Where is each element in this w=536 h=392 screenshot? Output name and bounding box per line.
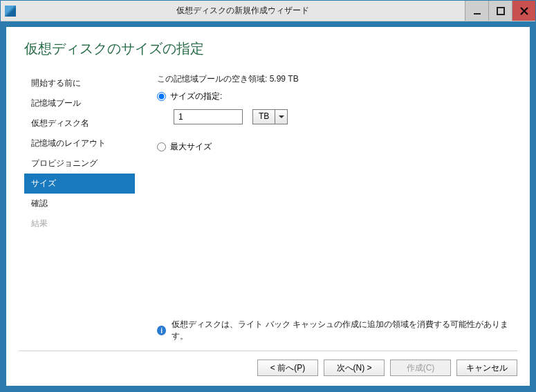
nav-result: 結果 [24,214,135,234]
wizard-window: 仮想ディスクの新規作成ウィザード 仮想ディスクのサイズの指定 開始する前に 記憶… [0,0,536,392]
nav-disk-name[interactable]: 仮想ディスク名 [24,113,135,133]
max-size-radio[interactable] [157,142,166,151]
specify-size-label: サイズの指定: [170,91,222,102]
next-button[interactable]: 次へ(N) > [324,360,385,376]
unit-select[interactable]: TB [252,109,288,124]
wizard-body: 仮想ディスクのサイズの指定 開始する前に 記憶域プール 仮想ディスク名 記憶域の… [1,21,535,391]
specify-size-option[interactable]: サイズの指定: [157,91,509,102]
free-space-label: この記憶域プールの空き領域: 5.99 TB [157,73,509,85]
svg-rect-0 [474,13,481,15]
create-button: 作成(C) [390,360,451,376]
nav-storage-layout[interactable]: 記憶域のレイアウト [24,133,135,153]
window-controls [465,1,535,21]
footer-buttons: < 前へ(P) 次へ(N) > 作成(C) キャンセル [19,351,517,376]
cancel-button[interactable]: キャンセル [456,360,517,376]
info-row: i 仮想ディスクは、ライト バック キャッシュの作成に追加の領域を消費する可能性… [157,319,509,342]
app-icon [5,6,16,17]
previous-button[interactable]: < 前へ(P) [257,360,318,376]
info-icon: i [157,326,166,335]
unit-value: TB [252,109,275,124]
max-size-label: 最大サイズ [170,141,212,153]
unit-dropdown-button[interactable] [275,109,288,124]
maximize-button[interactable] [488,1,512,21]
nav-confirm[interactable]: 確認 [24,194,135,214]
nav-before-begin[interactable]: 開始する前に [24,73,135,93]
svg-rect-1 [497,8,504,15]
content-row: 開始する前に 記憶域プール 仮想ディスク名 記憶域のレイアウト プロビジョニング… [19,73,517,342]
max-size-option[interactable]: 最大サイズ [157,141,509,153]
minimize-button[interactable] [465,1,488,21]
wizard-nav: 開始する前に 記憶域プール 仮想ディスク名 記憶域のレイアウト プロビジョニング… [24,73,135,342]
size-value-input[interactable] [174,109,243,124]
nav-provisioning[interactable]: プロビジョニング [24,153,135,174]
nav-size[interactable]: サイズ [24,174,135,194]
size-input-row: TB [174,109,509,124]
close-button[interactable] [512,1,535,21]
nav-storage-pool[interactable]: 記憶域プール [24,93,135,113]
main-panel: この記憶域プールの空き領域: 5.99 TB サイズの指定: TB [135,73,517,342]
specify-size-radio[interactable] [157,92,166,101]
page-title: 仮想ディスクのサイズの指定 [24,39,517,58]
window-title: 仮想ディスクの新規作成ウィザード [20,5,465,17]
titlebar: 仮想ディスクの新規作成ウィザード [1,1,535,21]
info-text: 仮想ディスクは、ライト バック キャッシュの作成に追加の領域を消費する可能性があ… [172,319,509,342]
